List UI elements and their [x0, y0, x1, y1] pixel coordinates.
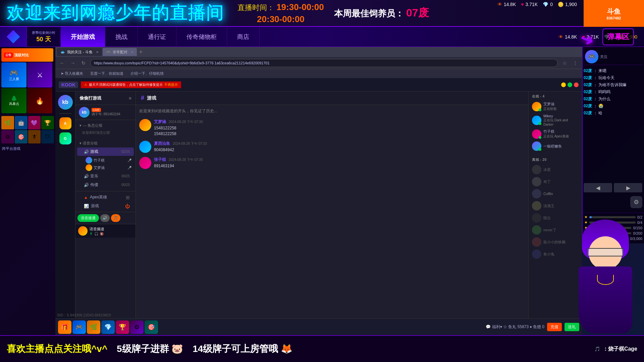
msg-time-2: 2024-08-28 下午 07:33 — [173, 141, 207, 146]
bottom-bar: 喜欢主播点点关注哦^v^ 5级牌子进群 🐷 14级牌子可上房管哦 🦊 🎵 ：烧子… — [0, 335, 644, 362]
rchat-name-1: 02废 — [584, 68, 592, 73]
channel-music-label: 音乐 — [90, 173, 98, 179]
rchat-name-7: 02废 — [584, 111, 592, 115]
left-content-area: 公告 顶级对比 🎮 三人賽 ⚔ 🌲 风暴点 🔥 🌿 🤖 💜 🏆 ⚙ 🎯 🗡 🛡 … — [0, 47, 55, 335]
browser-tab-douyu[interactable]: 🐟 我的关注 - 斗鱼 ✕ — [57, 48, 102, 56]
offline-avatar-wrapper-3 — [532, 189, 541, 198]
forward-button[interactable]: → — [69, 59, 77, 67]
rchat-msg-5: 为什么 — [598, 97, 610, 101]
channel-game-label: 游戏 — [90, 149, 98, 155]
refresh-button[interactable]: ↻ — [79, 59, 88, 67]
text-channels: ▾ — 鱼态公报 欢迎来到'游态公报' — [75, 120, 136, 138]
channel-idle-count: 00/25 — [121, 183, 130, 187]
new-tab-button[interactable]: + — [138, 49, 144, 55]
back-button[interactable]: ← — [58, 59, 66, 67]
extensions-button[interactable]: ⋮ — [571, 59, 579, 67]
rchat-4: 02废 ： 呜呜呜 — [584, 89, 642, 95]
member-item-2[interactable]: Mikey 正在玩 Dark and Darker — [529, 113, 582, 128]
power-icon[interactable]: ⏻ — [125, 203, 130, 209]
nav-eye-icon: 👁 — [558, 34, 563, 40]
tab-close-2[interactable]: ✕ — [131, 50, 133, 54]
channel-idle[interactable]: 🔊 佝偻 00/25 — [77, 181, 134, 189]
app-game[interactable]: 📊 游戏 ⏻ — [77, 202, 134, 210]
channel-game[interactable]: 🔊 游戏 02/25 — [77, 147, 134, 156]
server-icon-2[interactable]: G — [59, 132, 71, 144]
member-offline-3[interactable]: Coffin — [529, 188, 582, 200]
game-action-7[interactable]: 🎯 — [145, 320, 158, 334]
profile-name: 语音频道 — [90, 227, 133, 232]
nav-item-start-game[interactable]: 开始游戏 — [61, 27, 105, 47]
warning-icon: ⚠ — [84, 83, 87, 86]
server-name[interactable]: 偷偷打游戏 ≡ — [75, 92, 136, 105]
bottom-right: 🎵 ：烧子棋Cage — [594, 346, 637, 353]
voice-settings-button[interactable]: 🔊 — [100, 214, 110, 222]
bookmark-button[interactable]: ☆ — [560, 59, 569, 67]
interaction-zone: 弹幕区 — [602, 28, 634, 45]
member-offline-1[interactable]: 冰星 — [529, 164, 582, 176]
msg-avatar-2 — [139, 141, 151, 153]
import-button[interactable]: ➤ 导入收藏夹 — [58, 70, 86, 77]
user-id-label: 调子号: 891463194 — [92, 112, 120, 117]
voice-channels: ▾ 语音分组 🔊 游戏 02/25 竹子棋 — [75, 138, 136, 191]
url-input[interactable] — [90, 59, 558, 67]
apex-settings-icon[interactable]: ⊞ — [126, 195, 130, 200]
app-apex[interactable]: ▲ Apex英雄 ⊞ — [77, 193, 134, 201]
nav-item-shop[interactable]: 商店 — [227, 27, 260, 47]
kook-logo: KOOK — [59, 81, 78, 88]
msg-header-3: 张子组 2024-08-28 下午 07:35 — [154, 157, 525, 163]
server-icon-1[interactable]: A — [59, 117, 71, 129]
game-action-5[interactable]: 🏆 — [116, 320, 129, 334]
member-item-3[interactable]: 竹子棋 正在玩 Apex英雄 — [529, 128, 582, 140]
offline-avatar-4 — [532, 201, 541, 210]
game-action-6[interactable]: ⚙ — [130, 320, 144, 334]
msg-text-3: 891463194 — [154, 163, 525, 169]
member-offline-2[interactable]: 布丁 — [529, 176, 582, 188]
browser-tab-match[interactable]: 🎮 非常配对 ✕ — [103, 48, 137, 56]
category-announcements[interactable]: ▾ — 鱼态公报 — [75, 122, 136, 129]
member-item-4[interactable]: 一板瞪鳜鱼 — [529, 140, 582, 152]
close-button[interactable] — [574, 82, 579, 87]
game-action-1[interactable]: 🎁 — [58, 320, 71, 334]
game-action-2[interactable]: 🎮 — [72, 320, 86, 334]
kook-server-icon[interactable]: kb — [58, 95, 73, 110]
next-button[interactable]: ▶ — [614, 183, 642, 192]
nav-item-pass[interactable]: 通行证 — [138, 27, 176, 47]
msg-time-1: 2024-08-28 下午 07:30 — [169, 120, 203, 124]
maximize-button[interactable] — [568, 82, 572, 87]
member-item-1[interactable]: 艾梦涵 正在听歌 — [529, 100, 582, 113]
game-action-3[interactable]: 🌿 — [87, 320, 100, 334]
voice-connect-button[interactable]: 语音接通 — [77, 214, 99, 222]
chat-message-3: 张子组 2024-08-28 下午 07:35 891463194 — [139, 157, 525, 169]
streamer-character — [567, 203, 644, 337]
server-menu-icon[interactable]: ≡ — [129, 96, 131, 101]
channel-hash: # — [141, 95, 144, 102]
home-button[interactable]: 百度一下、你就知道 — [88, 70, 126, 77]
dismiss-button[interactable]: 不再提示 — [164, 82, 178, 87]
stream-time2: 20:30-00:00 — [257, 14, 305, 24]
rchat-name-5: 02废 — [584, 97, 592, 101]
offline-name-8: 鱼小兔 — [543, 252, 554, 257]
recharge-button[interactable]: 充值 — [547, 323, 562, 331]
msg-avatar-1 — [139, 119, 151, 131]
category-voice[interactable]: ▾ 语音分组 — [75, 139, 136, 147]
music-button[interactable]: 🎵 — [111, 214, 120, 222]
prev-button[interactable]: ◀ — [584, 183, 612, 192]
offline-name-6: never了 — [543, 228, 556, 233]
tab-close-1[interactable]: ✕ — [96, 50, 99, 54]
minimize-button[interactable] — [561, 82, 566, 87]
nav-item-legendary[interactable]: 传奇储物柜 — [176, 27, 227, 47]
stat-coins: 🪙 1,900 — [558, 2, 577, 7]
offline-avatar-8 — [532, 249, 541, 259]
channel-title-text: 游戏 — [147, 95, 156, 101]
address-bar: ← → ↻ ☆ ⋮ — [55, 57, 582, 69]
rchat-name-6: 02废 — [584, 104, 592, 108]
rchat-3: 02废 ： 为啥不告诉我嘛 — [584, 82, 642, 88]
nav-item-challenge[interactable]: 挑战 — [105, 27, 138, 47]
folder-button[interactable]: 介绍一下、仔细机情 — [128, 70, 166, 77]
member-avatar-wrapper-1 — [532, 102, 541, 111]
tab-bar: 🐟 我的关注 - 斗鱼 ✕ 🎮 非常配对 ✕ + — [55, 47, 582, 57]
offline-avatar-wrapper-2 — [532, 177, 541, 186]
game-action-4[interactable]: 💎 — [101, 320, 115, 334]
channel-music[interactable]: 🔊 音乐 00/25 — [77, 172, 134, 180]
creator-name: ：烧子棋Cage — [603, 346, 637, 353]
